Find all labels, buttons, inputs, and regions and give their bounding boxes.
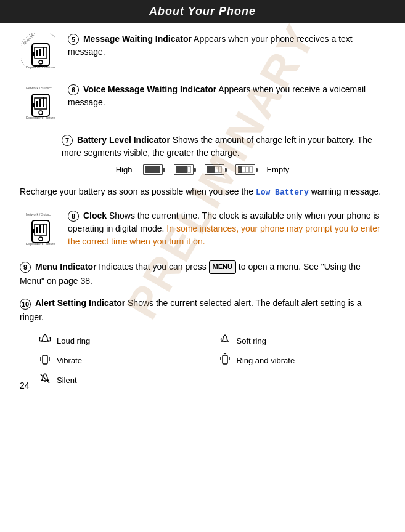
page-title: About Your Phone [149, 5, 256, 17]
section-alert-setting: 10 Alert Setting Indicator Shows the cur… [20, 296, 385, 324]
vibrate-icon [38, 352, 52, 368]
ring-and-vibrate-label: Ring and vibrate [237, 356, 295, 365]
alert-setting-title: Alert Setting Indicator [35, 298, 125, 308]
svg-rect-6 [39, 49, 41, 56]
page-header: About Your Phone [0, 0, 405, 23]
page-number: 24 [20, 381, 30, 390]
section-clock: Network / Subscri Dependent Feature 8 Cl… [20, 209, 385, 249]
battery-title: Battery Level Indicator [77, 135, 170, 145]
recharge-text-end: warning message. [311, 187, 382, 196]
menu-key-label: MENU [209, 260, 236, 274]
loud-ring-label: Loud ring [57, 336, 90, 345]
alert-ring-and-vibrate: Ring and vibrate [218, 352, 386, 368]
svg-line-42 [41, 374, 49, 383]
svg-rect-24 [39, 225, 41, 233]
svg-point-12 [39, 111, 43, 115]
battery-three-quarter [174, 164, 194, 175]
section-battery: 7 Battery Level Indicator Shows the amou… [20, 134, 385, 159]
circled-8: 8 [68, 211, 79, 222]
svg-rect-25 [43, 224, 44, 233]
svg-text:Network / Subscri: Network / Subscri [26, 212, 52, 216]
svg-point-21 [39, 237, 43, 241]
circled-6: 6 [68, 84, 79, 95]
svg-text:Dependent  Feature: Dependent Feature [26, 65, 55, 69]
battery-text: 7 Battery Level Indicator Shows the amou… [62, 134, 385, 159]
message-waiting-text: 5 Message Waiting Indicator Appears when… [68, 33, 385, 58]
voice-message-title: Voice Message Waiting Indicator [83, 84, 216, 94]
svg-text:Dependent  Feature: Dependent Feature [26, 116, 55, 119]
circled-9: 9 [20, 262, 31, 273]
svg-text:Network / Subscri: Network / Subscri [26, 86, 52, 90]
section-message-waiting: Network / Subscri Dependent Feature 5 Me… [20, 33, 385, 72]
message-waiting-icon: Network / Subscri Dependent Feature [20, 33, 62, 72]
vibrate-label: Vibrate [57, 356, 82, 365]
svg-rect-22 [33, 229, 35, 233]
voice-message-text: 6 Voice Message Waiting Indicator Appear… [68, 83, 385, 109]
recharge-section: Recharge your battery as soon as possibl… [20, 185, 385, 200]
menu-indicator-body: Indicates that you can press [99, 262, 208, 272]
svg-rect-36 [223, 355, 227, 364]
low-battery-keyword: Low Battery [256, 188, 309, 197]
recharge-text-normal: Recharge your battery as soon as possibl… [20, 187, 253, 196]
svg-point-3 [39, 60, 43, 64]
battery-full [143, 164, 163, 175]
battery-empty-label: Empty [266, 165, 289, 174]
alert-loud-ring: Loud ring [38, 332, 206, 349]
clock-text: 8 Clock Shows the current time. The cloc… [68, 209, 385, 248]
circled-5: 5 [68, 34, 79, 45]
circled-7: 7 [62, 135, 73, 146]
section-voice-message: Network / Subscri Dependent Feature 6 Vo… [20, 83, 385, 123]
ring-and-vibrate-icon [218, 352, 232, 368]
svg-rect-23 [36, 227, 38, 233]
loud-ring-icon [38, 332, 52, 349]
menu-indicator-title: Menu Indicator [35, 262, 97, 272]
voice-message-icon: Network / Subscri Dependent Feature [20, 83, 62, 123]
clock-icon: Network / Subscri Dependent Feature [20, 209, 62, 249]
silent-label: Silent [57, 376, 77, 385]
battery-visual-row: High Empty [20, 164, 385, 175]
alert-grid: Loud ring Soft ring [38, 332, 385, 388]
soft-ring-label: Soft ring [237, 336, 266, 345]
message-waiting-title: Message Waiting Indicator [83, 34, 192, 44]
battery-quarter [235, 164, 255, 175]
svg-rect-14 [36, 101, 38, 107]
silent-icon [38, 372, 52, 388]
soft-ring-icon [218, 332, 232, 349]
svg-rect-5 [36, 50, 38, 56]
svg-rect-16 [43, 97, 44, 107]
svg-rect-15 [39, 99, 41, 107]
svg-rect-29 [43, 355, 47, 364]
svg-text:Dependent  Feature: Dependent Feature [26, 242, 55, 246]
circled-10: 10 [20, 299, 31, 310]
battery-half [205, 164, 224, 175]
alert-vibrate: Vibrate [38, 352, 206, 368]
svg-rect-7 [43, 47, 44, 56]
svg-rect-13 [33, 103, 35, 107]
section-menu-indicator: 9 Menu Indicator Indicates that you can … [20, 260, 385, 288]
svg-rect-4 [33, 52, 35, 56]
alert-silent: Silent [38, 372, 206, 388]
clock-title: Clock [83, 211, 107, 220]
battery-high-label: High [116, 165, 133, 174]
alert-soft-ring: Soft ring [218, 332, 386, 349]
